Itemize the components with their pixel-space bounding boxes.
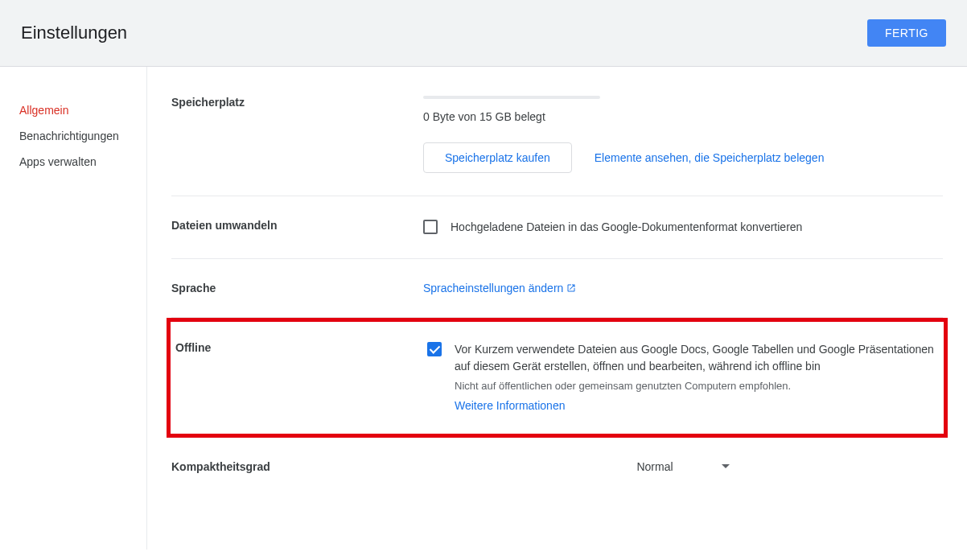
done-button[interactable]: FERTIG [867,19,946,47]
storage-label: Speicherplatz [171,96,423,173]
section-offline: Offline Vor Kurzem verwendete Dateien au… [175,322,939,434]
change-language-link[interactable]: Spracheinstellungen ändern [423,282,576,294]
offline-checkbox-label: Vor Kurzem verwendete Dateien aus Google… [455,341,939,375]
offline-label: Offline [175,341,427,414]
section-language: Sprache Spracheinstellungen ändern [171,259,943,318]
offline-more-info-link[interactable]: Weitere Informationen [455,397,939,414]
sidebar-item-manage-apps[interactable]: Apps verwalten [19,149,146,175]
offline-highlight: Offline Vor Kurzem verwendete Dateien au… [167,318,948,438]
chevron-down-icon [722,464,730,468]
offline-checkbox[interactable] [427,342,442,356]
external-link-icon [566,283,576,293]
offline-warning-text: Nicht auf öffentlichen oder gemeinsam ge… [455,378,939,394]
view-storage-items-link[interactable]: Elemente ansehen, die Speicherplatz bele… [595,151,825,164]
sidebar-item-notifications[interactable]: Benachrichtigungen [19,123,146,149]
storage-progress-bar [423,96,600,99]
change-language-text: Spracheinstellungen ändern [423,282,563,294]
settings-main: Speicherplatz 0 Byte von 15 GB belegt Sp… [147,67,967,550]
page-title: Einstellungen [21,23,127,43]
section-density: Kompaktheitsgrad Normal [171,438,943,496]
density-value: Normal [636,460,673,473]
buy-storage-button[interactable]: Speicherplatz kaufen [423,142,572,173]
section-convert: Dateien umwandeln Hochgeladene Dateien i… [171,196,943,259]
header: Einstellungen FERTIG [0,0,967,67]
convert-checkbox[interactable] [423,220,438,234]
section-storage: Speicherplatz 0 Byte von 15 GB belegt Sp… [171,67,943,196]
convert-label: Dateien umwandeln [171,219,423,236]
language-label: Sprache [171,282,423,294]
sidebar-item-general[interactable]: Allgemein [19,97,146,123]
convert-checkbox-label: Hochgeladene Dateien in das Google-Dokum… [451,219,943,236]
density-label: Kompaktheitsgrad [171,460,423,473]
sidebar: Allgemein Benachrichtigungen Apps verwal… [0,67,147,550]
density-select[interactable]: Normal [636,460,729,473]
storage-usage-text: 0 Byte von 15 GB belegt [423,110,943,123]
